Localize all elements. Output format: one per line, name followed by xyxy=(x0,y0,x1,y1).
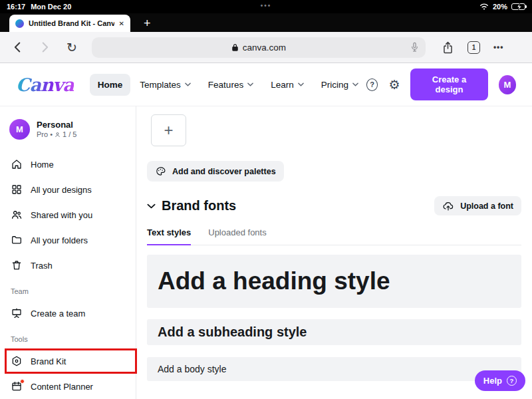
notification-dot xyxy=(20,379,25,384)
member-icon xyxy=(55,132,61,138)
sidebar-item-label: Brand Kit xyxy=(31,356,66,366)
folder-icon xyxy=(11,234,23,246)
sidebar-item-content-planner[interactable]: Content Planner xyxy=(0,374,136,399)
tools-section-heading: Tools xyxy=(0,326,136,348)
address-bar[interactable]: canva.com xyxy=(92,37,426,58)
cloud-upload-icon xyxy=(442,201,454,211)
profile-name: Personal xyxy=(37,120,76,130)
canva-header: Canva Home Templates Features Learn Pric… xyxy=(0,63,532,106)
create-design-button[interactable]: Create a design xyxy=(410,68,487,100)
sidebar-item-folders[interactable]: All your folders xyxy=(0,227,136,253)
tab-title: Untitled Brand Kit - Canv xyxy=(29,19,114,27)
charging-bolt-icon xyxy=(517,3,522,11)
nav-templates-label: Templates xyxy=(140,80,181,90)
team-section-heading: Team xyxy=(0,278,136,301)
battery-icon xyxy=(511,3,525,10)
chevron-down-icon xyxy=(352,82,358,86)
chevron-down-icon xyxy=(298,82,304,86)
canva-logo[interactable]: Canva xyxy=(16,74,74,95)
nav-pricing-label: Pricing xyxy=(321,80,348,90)
reload-icon[interactable]: ↻ xyxy=(66,41,77,54)
add-subheading-style-row[interactable]: Add a subheading style xyxy=(147,319,521,345)
new-tab-button[interactable]: + xyxy=(144,17,151,29)
section-title: Brand fonts xyxy=(162,198,236,213)
trash-icon xyxy=(11,259,23,271)
gear-icon[interactable]: ⚙ xyxy=(388,78,400,91)
multitask-dots: ••• xyxy=(261,2,272,9)
clock: 16:17 xyxy=(7,3,25,11)
palettes-button-label: Add and discover palettes xyxy=(172,167,276,176)
sidebar-item-label: All your designs xyxy=(31,185,92,195)
wifi-icon xyxy=(479,3,489,11)
collapse-chevron-icon[interactable] xyxy=(147,203,156,209)
tab-text-styles[interactable]: Text styles xyxy=(147,227,191,245)
shared-people-icon xyxy=(11,209,23,221)
browser-tab[interactable]: Untitled Brand Kit - Canv ✕ xyxy=(9,15,130,32)
font-style-tabs: Text styles Uploaded fonts xyxy=(147,227,521,245)
content-planner-icon xyxy=(11,380,23,392)
nav-pricing[interactable]: Pricing xyxy=(313,74,366,96)
user-avatar[interactable]: M xyxy=(499,75,516,94)
sidebar-item-label: Create a team xyxy=(31,309,85,319)
add-heading-style-row[interactable]: Add a heading style xyxy=(147,255,521,308)
profile-switcher[interactable]: M Personal Pro • 1 / 5 xyxy=(0,117,136,141)
date: Mon Dec 20 xyxy=(31,3,71,11)
browser-more-icon[interactable]: ••• xyxy=(493,43,504,52)
add-palette-tile[interactable]: + xyxy=(151,114,186,146)
microphone-icon[interactable] xyxy=(410,42,419,53)
nav-learn[interactable]: Learn xyxy=(263,74,312,96)
help-icon[interactable]: ? xyxy=(366,78,378,91)
main-content: + Add and discover palettes Brand fonts … xyxy=(136,106,532,399)
lock-icon xyxy=(231,43,239,52)
sidebar: M Personal Pro • 1 / 5 Home xyxy=(0,106,136,399)
tabs-button[interactable]: 1 xyxy=(467,41,480,54)
url-text: canva.com xyxy=(243,43,286,53)
back-icon[interactable] xyxy=(11,40,25,55)
add-body-style-row[interactable]: Add a body style xyxy=(147,357,521,381)
main-nav: Home Templates Features Learn Pricing xyxy=(90,74,366,96)
plan-label: Pro • xyxy=(37,130,53,138)
sidebar-item-label: All your folders xyxy=(31,235,88,245)
sidebar-item-home[interactable]: Home xyxy=(0,152,136,177)
sidebar-item-label: Content Planner xyxy=(31,382,93,392)
browser-toolbar: ↻ canva.com 1 ••• xyxy=(0,32,532,63)
palette-icon xyxy=(155,166,166,177)
battery-percent: 20% xyxy=(493,3,507,11)
upload-font-button[interactable]: Upload a font xyxy=(434,196,521,215)
canva-favicon xyxy=(15,19,24,28)
sidebar-item-create-team[interactable]: Create a team xyxy=(0,301,136,326)
question-mark-icon: ? xyxy=(507,376,517,386)
sidebar-item-shared[interactable]: Shared with you xyxy=(0,202,136,227)
nav-templates[interactable]: Templates xyxy=(132,74,199,96)
nav-features[interactable]: Features xyxy=(200,74,261,96)
tab-uploaded-fonts[interactable]: Uploaded fonts xyxy=(208,227,266,245)
profile-meta: Pro • 1 / 5 xyxy=(37,130,76,138)
profile-avatar: M xyxy=(9,119,30,140)
share-icon[interactable] xyxy=(442,41,454,55)
sidebar-item-trash[interactable]: Trash xyxy=(0,253,136,278)
forward-icon[interactable] xyxy=(37,40,52,55)
app-body: M Personal Pro • 1 / 5 Home xyxy=(0,106,532,399)
nav-home[interactable]: Home xyxy=(90,74,131,96)
help-button-label: Help xyxy=(483,376,502,386)
status-bar: 16:17 Mon Dec 20 ••• 20% xyxy=(0,0,532,13)
sidebar-item-label: Trash xyxy=(31,261,53,271)
add-discover-palettes-button[interactable]: Add and discover palettes xyxy=(147,161,284,182)
sidebar-item-label: Home xyxy=(31,160,54,170)
create-team-icon xyxy=(11,307,23,319)
upload-button-label: Upload a font xyxy=(460,201,513,211)
sidebar-item-label: Shared with you xyxy=(31,210,92,220)
annotation-highlight-box xyxy=(5,348,137,374)
brand-kit-icon xyxy=(11,355,23,367)
chevron-down-icon xyxy=(247,82,253,86)
screen: 16:17 Mon Dec 20 ••• 20% Untitled B xyxy=(0,0,532,399)
help-button[interactable]: Help ? xyxy=(475,370,525,391)
browser-tab-bar: Untitled Brand Kit - Canv ✕ + xyxy=(0,13,532,32)
sidebar-item-brand-kit[interactable]: Brand Kit xyxy=(0,348,136,374)
designs-grid-icon xyxy=(11,184,23,196)
chevron-down-icon xyxy=(185,82,191,86)
nav-home-label: Home xyxy=(98,80,123,90)
home-icon xyxy=(11,158,23,170)
sidebar-item-all-designs[interactable]: All your designs xyxy=(0,177,136,202)
close-tab-icon[interactable]: ✕ xyxy=(119,20,124,27)
